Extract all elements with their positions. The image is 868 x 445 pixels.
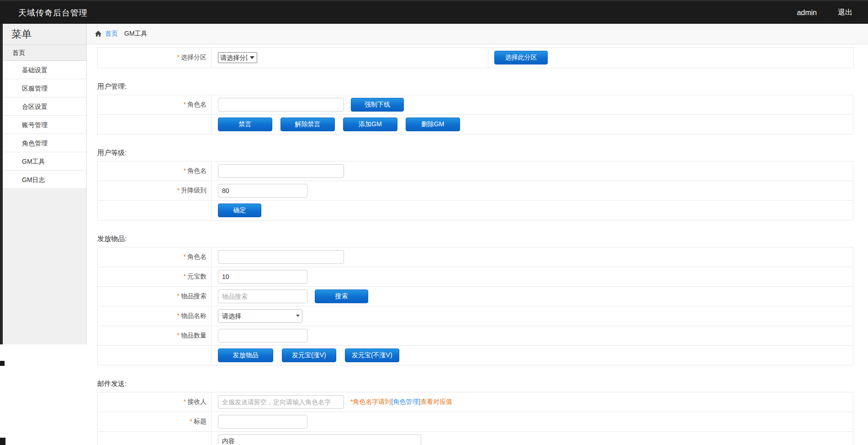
- mail-form: *接收人 *角色名字请到[角色管理]查看对应值 *标题 内容: [97, 392, 853, 445]
- breadcrumb-home-link[interactable]: 首页: [105, 30, 118, 38]
- section-title-user-mgmt: 用户管理:: [97, 82, 868, 91]
- required-mark: *: [184, 253, 186, 260]
- top-bar: 天域传奇后台管理 admin 退出: [0, 0, 868, 24]
- sidebar-item-role-mgmt[interactable]: 角色管理: [0, 134, 86, 152]
- role-name-label: 角色名: [187, 167, 206, 174]
- receiver-label: 接收人: [187, 398, 206, 405]
- item-name-label: 物品名称: [181, 312, 206, 319]
- force-offline-button[interactable]: 强制下线: [351, 98, 404, 112]
- breadcrumb: 首页 GM工具: [87, 24, 868, 44]
- ingot-count-input[interactable]: [218, 270, 307, 284]
- left-edge-artifact: [0, 361, 5, 366]
- level-label: 升降级到: [181, 187, 206, 194]
- app-title: 天域传奇后台管理: [18, 7, 88, 18]
- required-mark: *: [190, 418, 192, 425]
- user-level-form: *角色名 *升降级到 确定: [97, 161, 853, 220]
- subject-input[interactable]: [218, 415, 307, 429]
- delete-gm-button[interactable]: 删除GM: [406, 118, 460, 131]
- role-name-input[interactable]: [218, 98, 344, 112]
- partition-select[interactable]: 请选择分区: [218, 52, 257, 63]
- sidebar-dark-edge: [0, 24, 3, 344]
- sidebar-item-home[interactable]: 首页: [0, 45, 86, 61]
- user-link[interactable]: admin: [797, 9, 817, 17]
- sidebar-item-basic-settings[interactable]: 基础设置: [0, 61, 86, 79]
- home-icon: [95, 30, 102, 38]
- give-item-form: *角色名 *元宝数 *物品搜索 搜索: [97, 247, 853, 365]
- form-row-role-name: *角色名: [98, 161, 853, 181]
- add-gm-button[interactable]: 添加GM: [343, 118, 397, 131]
- hint-suffix: 查看对应值: [420, 398, 452, 405]
- partition-form: *选择分区 请选择分区 选择此分区: [97, 47, 854, 68]
- confirm-button[interactable]: 确定: [218, 204, 261, 217]
- search-button[interactable]: 搜索: [315, 290, 368, 303]
- form-row-ingot: *元宝数: [98, 267, 853, 287]
- give-item-button[interactable]: 发放物品: [218, 348, 273, 362]
- form-row-level: *升降级到: [98, 181, 853, 201]
- receiver-hint: *角色名字请到[角色管理]查看对应值: [350, 398, 452, 405]
- role-name-label: 角色名: [187, 101, 206, 108]
- section-title-mail: 邮件发送:: [97, 379, 868, 388]
- form-row-role-name: *角色名: [98, 247, 853, 267]
- item-role-name-input[interactable]: [218, 250, 344, 264]
- form-row-mail-content: 内容: [98, 432, 853, 445]
- sidebar-item-server-mgmt[interactable]: 区服管理: [0, 79, 86, 97]
- form-row-user-actions: 禁言 解除禁言 添加GM 删除GM: [98, 115, 853, 134]
- form-row-give-buttons: 发放物品 发元宝(涨V) 发元宝(不涨V): [98, 346, 853, 365]
- sidebar: 菜单 首页 基础设置 区服管理 合区设置 账号管理 角色管理 GM工具 GM日志: [0, 24, 87, 344]
- breadcrumb-current: GM工具: [124, 30, 148, 38]
- ingot-label: 元宝数: [187, 273, 206, 280]
- required-mark: *: [184, 398, 186, 405]
- sidebar-title: 菜单: [0, 24, 86, 45]
- form-row-item-search: *物品搜索 搜索: [98, 287, 853, 306]
- required-mark: *: [184, 273, 186, 280]
- required-mark: *: [184, 101, 186, 108]
- sidebar-item-merge-settings[interactable]: 合区设置: [0, 97, 86, 116]
- item-name-select[interactable]: 请选择: [218, 309, 302, 323]
- required-mark: *: [177, 292, 180, 300]
- choose-partition-button[interactable]: 选择此分区: [494, 51, 548, 64]
- level-value-input[interactable]: [218, 184, 307, 198]
- item-search-input[interactable]: [218, 290, 307, 303]
- form-row-role-name: *角色名 强制下线: [98, 95, 853, 115]
- item-qty-label: 物品数量: [181, 332, 206, 339]
- form-row-partition: *选择分区 请选择分区 选择此分区: [98, 48, 854, 68]
- item-search-label: 物品搜索: [181, 292, 206, 300]
- form-row-item-qty: *物品数量: [98, 326, 853, 346]
- user-mgmt-form: *角色名 强制下线 禁言 解除禁言 添加GM 删除GM: [97, 95, 853, 134]
- role-name-label: 角色名: [187, 253, 206, 260]
- sidebar-item-gm-tools[interactable]: GM工具: [0, 152, 86, 171]
- partition-label: 选择分区: [181, 54, 206, 61]
- form-row-item-name: *物品名称 请选择: [98, 306, 853, 326]
- role-mgmt-link[interactable]: [角色管理]: [391, 398, 420, 405]
- sidebar-item-account-mgmt[interactable]: 账号管理: [0, 116, 86, 134]
- form-row-subject: *标题: [98, 412, 853, 432]
- hint-prefix: *角色名字请到: [350, 398, 391, 405]
- give-ingot-novip-button[interactable]: 发元宝(不涨V): [345, 348, 399, 362]
- required-mark: *: [177, 332, 180, 339]
- required-mark: *: [184, 167, 186, 174]
- required-mark: *: [177, 312, 180, 319]
- receiver-input[interactable]: [218, 395, 344, 409]
- section-title-user-level: 用户等级:: [97, 148, 868, 157]
- give-ingot-vip-button[interactable]: 发元宝(涨V): [282, 348, 336, 362]
- level-role-name-input[interactable]: [218, 164, 344, 178]
- mail-content-textarea[interactable]: 内容: [218, 434, 421, 445]
- required-mark: *: [177, 187, 180, 194]
- section-title-give-item: 发放物品:: [97, 234, 868, 243]
- sidebar-item-gm-logs[interactable]: GM日志: [0, 171, 86, 189]
- mute-button[interactable]: 禁言: [218, 118, 272, 131]
- form-row-level-confirm: 确定: [98, 201, 853, 220]
- unmute-button[interactable]: 解除禁言: [281, 118, 335, 131]
- form-row-receiver: *接收人 *角色名字请到[角色管理]查看对应值: [98, 392, 853, 412]
- left-edge-artifact: [0, 438, 5, 445]
- main-content: 首页 GM工具 *选择分区 请选择分区 选择此分区: [87, 24, 868, 445]
- logout-link[interactable]: 退出: [838, 8, 852, 17]
- subject-label: 标题: [194, 418, 206, 425]
- item-qty-input[interactable]: [218, 329, 307, 343]
- required-mark: *: [177, 54, 180, 61]
